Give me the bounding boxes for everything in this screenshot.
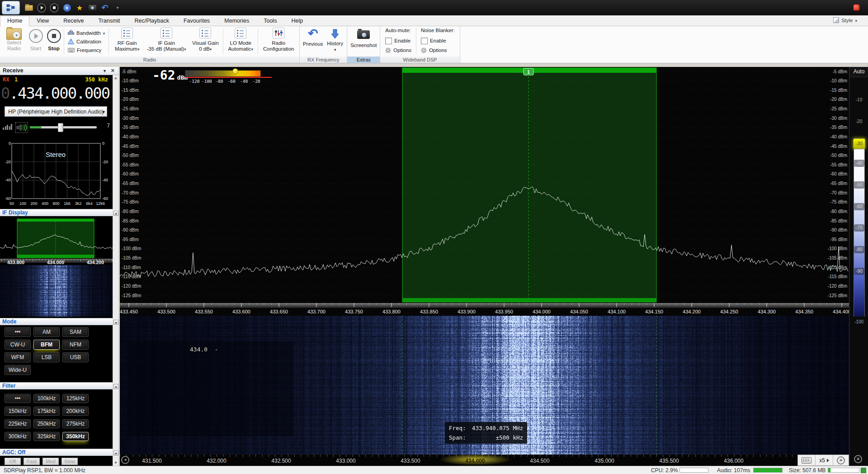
panel-scrollbar[interactable]: [113, 75, 118, 466]
spectrum-display[interactable]: -5 dBm-5 dBm-10 dBm-10 dBm-15 dBm-15 dBm…: [120, 67, 849, 316]
if-display-graph[interactable]: 433.800434.000434.200: [0, 218, 113, 265]
tab-help[interactable]: Help: [284, 16, 310, 26]
agc-button-fast[interactable]: Fast: [24, 458, 40, 465]
mode-button-nfm[interactable]: NFM: [62, 340, 89, 350]
tab-home[interactable]: Home: [0, 16, 29, 26]
tab-rec-playback[interactable]: Rec/Playback: [127, 16, 176, 26]
collapse-if-icon[interactable]: [113, 211, 118, 216]
rf-gain-button[interactable]: RF Gain Maximum: [110, 26, 144, 57]
mode-button-wfm[interactable]: WFM: [5, 352, 31, 362]
filter-button-250khz[interactable]: 250kHz: [33, 419, 60, 428]
keyboard-entry-button[interactable]: [798, 455, 816, 465]
agc-button-slow[interactable]: Slow: [61, 458, 78, 465]
mute-button[interactable]: [15, 122, 28, 133]
scroll-up-icon[interactable]: [114, 77, 117, 79]
waterfall-frequency-bar[interactable]: 431.500432.000432.500433.000433.500434.0…: [120, 455, 849, 466]
mode-button-dots[interactable]: •••: [5, 327, 31, 337]
filter-button-325khz[interactable]: 325kHz: [33, 432, 60, 441]
agc-button-med[interactable]: Med: [42, 458, 59, 465]
history-button[interactable]: History: [325, 26, 345, 57]
stop-icon[interactable]: [50, 3, 59, 12]
mode-button-lsb[interactable]: LSB: [33, 352, 60, 362]
scroll-left-button[interactable]: [121, 456, 129, 464]
mode-button-am[interactable]: AM: [33, 327, 60, 337]
tab-receive[interactable]: Receive: [56, 16, 91, 26]
if-waterfall-canvas[interactable]: [0, 265, 113, 317]
equalizer-icon[interactable]: [3, 124, 12, 130]
calibration-button[interactable]: Calibration: [68, 37, 105, 46]
receive-panel-header[interactable]: Receive: [0, 67, 118, 75]
mode-button-bfm[interactable]: BFM: [33, 340, 60, 350]
spectrum-plot[interactable]: -5 dBm-5 dBm-10 dBm-10 dBm-15 dBm-15 dBm…: [120, 67, 849, 316]
agc-header[interactable]: AGC: Off: [0, 449, 113, 456]
collapse-filter-icon[interactable]: [113, 384, 118, 389]
mode-button-sam[interactable]: SAM: [62, 327, 89, 337]
record-status-icon[interactable]: [853, 4, 860, 11]
tab-memories[interactable]: Memories: [217, 16, 256, 26]
agc-button-off[interactable]: Off: [5, 458, 21, 465]
visual-gain-button[interactable]: Visual Gain 0 dB: [189, 26, 222, 57]
filter-button-225khz[interactable]: 225kHz: [5, 419, 31, 428]
palette-auto-label[interactable]: Auto: [849, 67, 868, 77]
start-button[interactable]: Start: [27, 26, 45, 57]
tab-transmit[interactable]: Transmit: [91, 16, 127, 26]
open-folder-icon[interactable]: [24, 3, 33, 12]
tab-favourites[interactable]: Favourites: [176, 16, 217, 26]
filter-header[interactable]: Filter: [0, 382, 113, 389]
panel-menu-icon[interactable]: [104, 67, 106, 75]
mode-button-wide-u[interactable]: Wide-U: [5, 365, 31, 375]
radio-configuration-button[interactable]: Radio Configuration: [259, 26, 298, 57]
lo-mode-button[interactable]: LO Mode Automatic: [224, 26, 257, 57]
palette-upper-handle[interactable]: -30: [853, 138, 865, 149]
bandwidth-button[interactable]: Bandwidth: [68, 28, 105, 37]
mode-header[interactable]: Mode: [0, 318, 113, 325]
filter-button-125khz[interactable]: 125kHz: [62, 394, 89, 403]
mode-button-cw-u[interactable]: CW-U: [5, 340, 31, 350]
style-selector[interactable]: Style: [833, 17, 857, 23]
audio-device-select[interactable]: HP (Périphérique High Definition Audio): [5, 106, 107, 117]
filter-button-100khz[interactable]: 100kHz: [33, 394, 60, 403]
filter-button-150khz[interactable]: 150kHz: [5, 407, 31, 416]
filter-button-175khz[interactable]: 175kHz: [33, 407, 60, 416]
noise-blanker-enable-checkbox[interactable]: Enable: [421, 37, 455, 45]
filter-button-dots[interactable]: •••: [5, 394, 31, 403]
tab-view[interactable]: View: [29, 16, 56, 26]
auto-mute-options-button[interactable]: Options: [385, 46, 411, 54]
screenshot-icon[interactable]: [88, 3, 97, 12]
customize-toolbar-icon[interactable]: [113, 3, 122, 12]
frequency-button[interactable]: Frequency: [68, 46, 105, 54]
palette-slider[interactable]: -30 -40-50-60-70-80-90: [853, 138, 865, 317]
scroll-down-icon[interactable]: [114, 462, 117, 464]
pan-right-button[interactable]: [833, 455, 849, 465]
if-display-header[interactable]: IF Display: [0, 209, 113, 216]
volume-slider-handle[interactable]: [58, 123, 63, 132]
noise-blanker-options-button[interactable]: Options: [421, 46, 455, 54]
frequency-display[interactable]: 0.434.000.000: [1, 84, 113, 103]
filter-button-300khz[interactable]: 300kHz: [5, 432, 31, 441]
screenshot-button[interactable]: Screenshot: [349, 26, 378, 57]
panel-close-icon[interactable]: [111, 67, 114, 74]
waterfall-speed-button[interactable]: [854, 455, 862, 463]
collapse-mode-icon[interactable]: [113, 320, 118, 325]
audio-spectrum-graph[interactable]: 00-20-20-40-40-60-60501002004008001k63k2…: [0, 140, 113, 208]
auto-mute-enable-checkbox[interactable]: Enable: [385, 37, 411, 45]
undo-icon[interactable]: [100, 3, 109, 12]
tab-tools[interactable]: Tools: [256, 16, 284, 26]
waterfall-display[interactable]: 434.0 - Freq:433.940.075 MHz Span:±500 k…: [120, 316, 849, 455]
application-menu-button[interactable]: [2, 1, 20, 14]
collapse-agc-icon[interactable]: [113, 450, 118, 455]
start-icon[interactable]: [37, 3, 46, 12]
filter-button-200khz[interactable]: 200kHz: [62, 407, 89, 416]
select-radio-button[interactable]: Select Radio: [1, 26, 27, 57]
stop-button[interactable]: Stop: [45, 26, 63, 57]
zoom-button[interactable]: x5: [816, 455, 833, 465]
filter-button-350khz[interactable]: 350kHz: [62, 432, 89, 441]
palette-gradient[interactable]: [854, 149, 865, 317]
filter-button-275khz[interactable]: 275kHz: [62, 419, 89, 428]
if-gain-button[interactable]: IF Gain -35 dB (Manual): [144, 26, 189, 57]
volume-slider[interactable]: [30, 126, 97, 128]
previous-button[interactable]: Previous: [301, 26, 325, 57]
favourite-icon[interactable]: [75, 3, 84, 12]
mode-button-usb[interactable]: USB: [62, 352, 89, 362]
add-icon[interactable]: +: [62, 3, 71, 12]
